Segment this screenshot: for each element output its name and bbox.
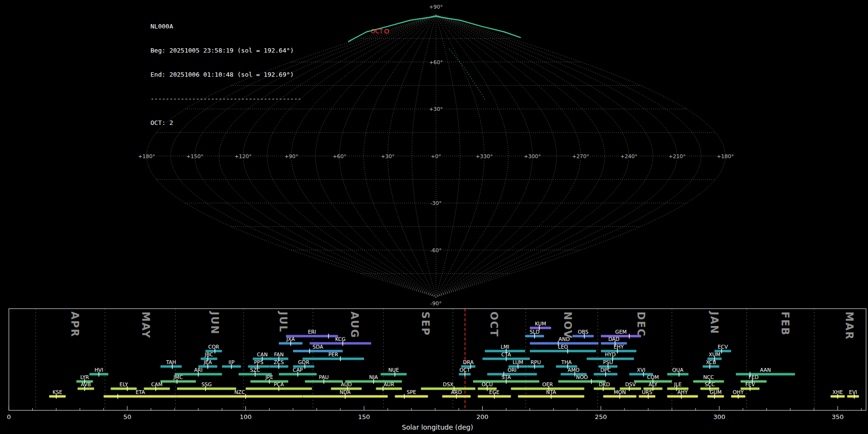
- shower-label-NOO: NOO: [576, 374, 588, 380]
- shower-label-QUA: QUA: [672, 367, 684, 373]
- shower-bar-ETA: [104, 395, 177, 398]
- shower-bar-RPU: [528, 366, 544, 368]
- shower-label-DRA: DRA: [463, 359, 474, 365]
- month-label: MAY: [140, 312, 151, 339]
- shower-label-JMC: JMC: [173, 374, 183, 380]
- shower-bar-AAN: [736, 373, 795, 376]
- shower-bar-JMC: [161, 380, 196, 383]
- shower-label-ARI: ARI: [194, 367, 203, 373]
- axis-tick-label: 350: [832, 413, 844, 420]
- session-begin: Beg: 20251005 23:58:19 (sol = 192.64°): [150, 47, 301, 55]
- shower-bar-URS: [639, 395, 655, 398]
- shower-label-SPE: SPE: [407, 389, 416, 395]
- shower-label-LYR: LYR: [80, 374, 89, 380]
- shower-label-XVI: XVI: [637, 367, 645, 373]
- axis-tick-label: 250: [595, 413, 607, 420]
- month-label: MAR: [843, 312, 855, 340]
- shower-label-ARD: ARD: [451, 389, 462, 395]
- shower-label-ECV: ECV: [718, 344, 728, 350]
- shower-label-OHY: OHY: [733, 389, 744, 395]
- shower-bar-ORI: [487, 373, 537, 376]
- shower-label-NZC: NZC: [234, 389, 245, 395]
- shower-label-JEA: JEA: [203, 359, 212, 365]
- shower-label-DKD: DKD: [599, 381, 610, 387]
- shower-label-NDA: NDA: [339, 389, 351, 395]
- shower-bar-GUM: [707, 395, 724, 398]
- shower-label-GEM: GEM: [615, 329, 627, 335]
- shower-bar-PER: [302, 358, 364, 360]
- shower-bar-AHY: [667, 395, 698, 398]
- shower-label-LEO: LEO: [558, 344, 568, 350]
- shower-bar-LEO: [530, 350, 596, 353]
- session-info-block: NL000A Beg: 20251005 23:58:19 (sol = 192…: [150, 7, 301, 143]
- shower-label-XHE: XHE: [832, 389, 843, 395]
- shower-label-EGE: EGE: [489, 389, 499, 395]
- shower-label-AND: AND: [558, 336, 570, 342]
- x-axis-title: Solar longitude (deg): [402, 423, 473, 431]
- shower-label-SZC: SZC: [250, 367, 260, 373]
- shower-label-CAN: CAN: [257, 352, 268, 357]
- shower-label-ZCS: ZCS: [274, 359, 285, 365]
- shower-bar-TAH: [161, 366, 182, 368]
- shower-label-OCT: OCT: [460, 367, 471, 373]
- shower-label-LUM: LUM: [513, 359, 523, 365]
- shower-label-AAN: AAN: [760, 367, 771, 373]
- shower-label-KUM: KUM: [535, 321, 546, 326]
- axis-tick-label: 100: [240, 413, 252, 420]
- shower-label-NTA: NTA: [546, 389, 556, 395]
- shower-bar-KSE: [49, 395, 66, 398]
- shower-label-EVI: EVI: [849, 389, 857, 395]
- station-id: NL000A: [150, 23, 301, 31]
- shower-label-XCB: XCB: [706, 359, 716, 365]
- axis-tick-label: 150: [358, 413, 370, 420]
- shower-label-OCU: OCU: [482, 381, 493, 387]
- shower-label-CAP: CAP: [293, 367, 303, 373]
- shower-bar-DKD: [594, 388, 615, 390]
- shower-label-ORI: ORI: [508, 367, 517, 373]
- axis-tick-label: 50: [123, 413, 132, 420]
- axis-tick-label: 300: [713, 413, 725, 420]
- shower-bar-ELY: [111, 388, 137, 390]
- shower-bar-NUE: [380, 373, 407, 376]
- shower-bar-EVI: [847, 395, 859, 398]
- shower-label-AVB: AVB: [81, 381, 91, 387]
- meteor-monitor-screen: +180°+150°+120°+90°+60°+30°+0°+330°+300°…: [0, 0, 868, 434]
- month-label: FEB: [779, 312, 791, 336]
- month-label: NOV: [562, 312, 573, 339]
- shower-label-KCG: KCG: [335, 336, 346, 342]
- shower-label-FAN: FAN: [274, 352, 284, 357]
- shower-label-CAM: CAM: [151, 381, 163, 387]
- axis-tick-label: 200: [476, 413, 488, 420]
- oct-shower-count: OCT: 2: [150, 119, 301, 127]
- shower-label-ETA: ETA: [136, 389, 145, 395]
- shower-label-DSV: DSV: [625, 381, 636, 387]
- shower-label-LMI: LMI: [501, 344, 509, 350]
- shower-label-JLE: JLE: [674, 381, 682, 387]
- month-label: JUN: [209, 311, 220, 335]
- shower-bar-AVB: [78, 388, 94, 390]
- shower-bar-QUA: [667, 373, 689, 376]
- shower-label-STA: STA: [502, 374, 511, 380]
- shower-bar-XCB: [703, 366, 719, 368]
- shower-label-HYD: HYD: [605, 352, 615, 357]
- shower-bar-GEM: [601, 335, 641, 338]
- shower-label-AHY: AHY: [678, 389, 688, 395]
- shower-label-EHY: EHY: [613, 344, 624, 350]
- shower-label-DSX: DSX: [443, 381, 453, 387]
- shower-label-GUM: GUM: [710, 389, 722, 395]
- shower-label-HVI: HVI: [95, 367, 103, 373]
- shower-label-JXA: JXA: [286, 336, 295, 342]
- shower-label-FED: FED: [748, 374, 759, 380]
- shower-label-COM: COM: [647, 374, 659, 380]
- month-label: APR: [69, 312, 81, 338]
- shower-label-JBC: JBC: [204, 352, 213, 357]
- shower-label-JPE: JPE: [265, 374, 273, 380]
- activity-timeline-chart: APRMAYJUNJULAUGSEPOCTNOVDECJANFEBMARKUME…: [0, 0, 868, 434]
- shower-label-TAH: TAH: [165, 359, 176, 365]
- shower-bar-SSG: [177, 388, 236, 390]
- shower-bar-DSX: [421, 388, 475, 390]
- shower-label-AUR: AUR: [383, 381, 394, 387]
- shower-label-OER: OER: [542, 381, 553, 387]
- shower-label-ALY: ALY: [649, 381, 658, 387]
- shower-label-XUM: XUM: [709, 352, 720, 357]
